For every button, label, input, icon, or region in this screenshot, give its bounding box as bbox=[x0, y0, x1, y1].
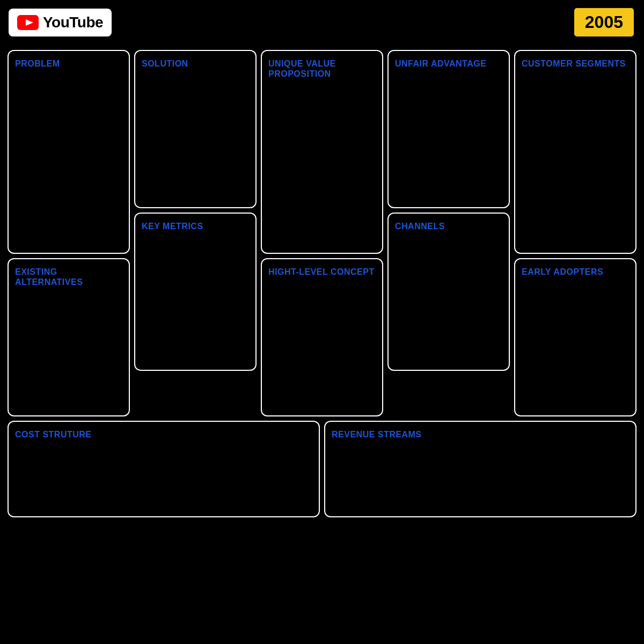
key-metrics-title: KEY METRICS bbox=[142, 221, 249, 231]
solution-title: SOLUTION bbox=[142, 58, 249, 69]
channels-title: CHANNELS bbox=[395, 221, 502, 231]
problem-col: PROBLEM EXISTING ALTERNATIVES bbox=[8, 50, 130, 416]
key-metrics-card: KEY METRICS bbox=[134, 213, 257, 371]
uvp-col: UNIQUE VALUE PROPOSITION HIGHT-LEVEL CON… bbox=[261, 50, 383, 416]
youtube-logo: YouTube bbox=[9, 9, 112, 36]
early-adopters-title: EARLY ADOPTERS bbox=[522, 267, 629, 277]
problem-card: PROBLEM bbox=[8, 50, 130, 254]
header: YouTube 2005 bbox=[0, 0, 644, 45]
early-adopters-card: EARLY ADOPTERS bbox=[514, 258, 636, 416]
cost-structure-card: COST STRUTURE bbox=[8, 421, 320, 517]
customer-segments-title: CUSTOMER SEGMENTS bbox=[522, 58, 629, 69]
hight-level-concept-title: HIGHT-LEVEL CONCEPT bbox=[268, 267, 376, 277]
year-badge: 2005 bbox=[573, 6, 635, 38]
channels-card: CHANNELS bbox=[387, 213, 510, 371]
main-grid: PROBLEM EXISTING ALTERNATIVES SOLUTION K… bbox=[8, 50, 636, 416]
hight-level-concept-card: HIGHT-LEVEL CONCEPT bbox=[261, 258, 383, 416]
revenue-streams-title: REVENUE STREAMS bbox=[332, 429, 629, 440]
bottom-row: COST STRUTURE REVENUE STREAMS bbox=[8, 421, 636, 517]
solution-card: SOLUTION bbox=[134, 50, 257, 208]
cost-structure-title: COST STRUTURE bbox=[15, 429, 312, 440]
canvas-area: PROBLEM EXISTING ALTERNATIVES SOLUTION K… bbox=[0, 45, 644, 523]
revenue-streams-card: REVENUE STREAMS bbox=[324, 421, 636, 517]
customer-segments-card: CUSTOMER SEGMENTS bbox=[514, 50, 636, 254]
problem-title: PROBLEM bbox=[15, 58, 122, 69]
existing-alternatives-title: EXISTING ALTERNATIVES bbox=[15, 267, 122, 287]
uvp-card: UNIQUE VALUE PROPOSITION bbox=[261, 50, 383, 254]
uvp-title: UNIQUE VALUE PROPOSITION bbox=[268, 58, 376, 79]
youtube-text: YouTube bbox=[43, 14, 103, 31]
customer-col: CUSTOMER SEGMENTS EARLY ADOPTERS bbox=[514, 50, 636, 416]
unfair-advantage-title: UNFAIR ADVANTAGE bbox=[395, 58, 502, 69]
youtube-icon bbox=[17, 15, 39, 30]
existing-alternatives-card: EXISTING ALTERNATIVES bbox=[8, 258, 130, 416]
unfair-col: UNFAIR ADVANTAGE CHANNELS bbox=[387, 50, 510, 416]
solution-col: SOLUTION KEY METRICS bbox=[134, 50, 257, 416]
unfair-advantage-card: UNFAIR ADVANTAGE bbox=[387, 50, 510, 208]
